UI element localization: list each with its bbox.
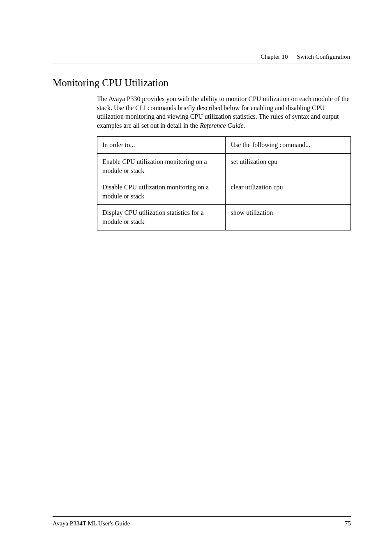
table-row: Enable CPU utilization monitoring on a m…	[97, 153, 351, 179]
table-row: Display CPU utilization statistics for a…	[97, 205, 351, 230]
command-table: In order to... Use the following command…	[97, 136, 351, 230]
table-cell-left: Disable CPU utilization monitoring on a …	[97, 179, 226, 205]
chapter-title: Switch Configuration	[297, 53, 350, 60]
table-header-right: Use the following command...	[226, 137, 351, 154]
table-header-left: In order to...	[97, 137, 226, 154]
table-cell-right: set utilization cpu	[226, 153, 351, 179]
table-cell-left: Enable CPU utilization monitoring on a m…	[97, 153, 226, 179]
paragraph-italic: Reference Guide	[200, 122, 243, 129]
table-cell-right: show utilization	[226, 205, 351, 230]
table-cell-right: clear utilization cpu	[226, 179, 351, 205]
table-row: Disable CPU utilization monitoring on a …	[97, 179, 351, 205]
page-footer: Avaya P334T-ML User's Guide 75	[53, 516, 351, 527]
chapter-header: Chapter 10Switch Configuration	[53, 53, 351, 64]
section-heading: Monitoring CPU Utilization	[53, 77, 351, 89]
table-header-row: In order to... Use the following command…	[97, 137, 351, 154]
footer-divider	[53, 516, 351, 517]
table-cell-left: Display CPU utilization statistics for a…	[97, 205, 226, 230]
footer-guide-name: Avaya P334T-ML User's Guide	[53, 520, 130, 527]
section-paragraph: The Avaya P330 provides you with the abi…	[97, 94, 351, 130]
paragraph-text-2: .	[244, 122, 245, 129]
header-divider	[53, 64, 351, 64]
footer-page-number: 75	[345, 520, 351, 527]
chapter-label: Chapter 10	[261, 53, 288, 60]
